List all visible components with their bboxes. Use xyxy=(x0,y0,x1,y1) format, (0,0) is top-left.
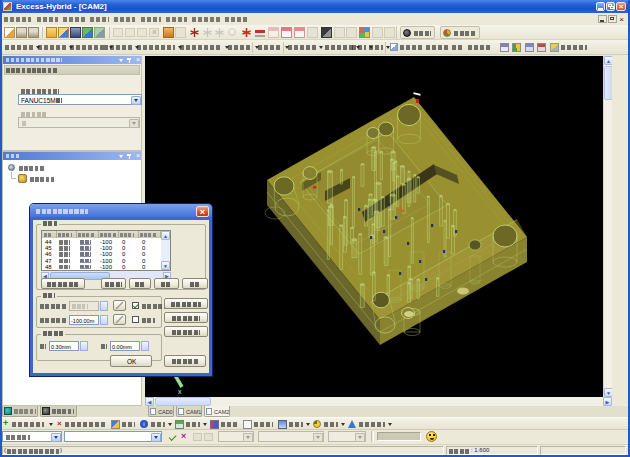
svg-text:x: x xyxy=(178,388,182,395)
